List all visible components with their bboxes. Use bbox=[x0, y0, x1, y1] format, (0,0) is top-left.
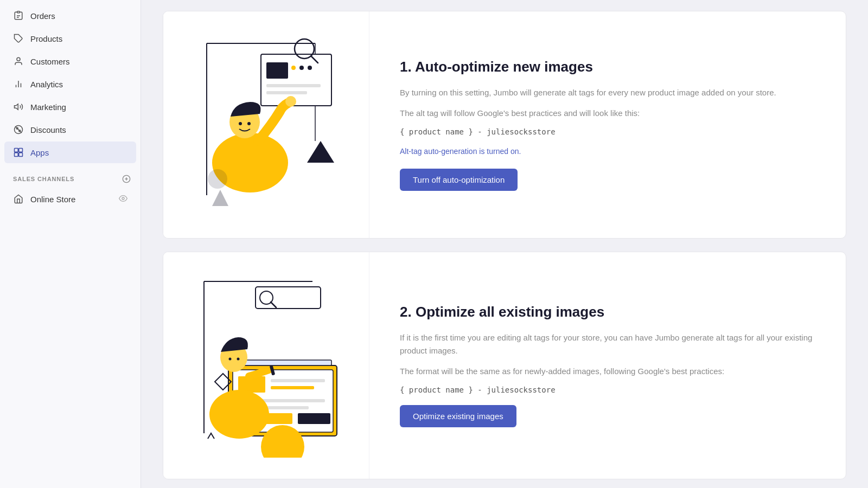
svg-point-33 bbox=[247, 122, 251, 125]
svg-rect-14 bbox=[15, 153, 18, 157]
svg-rect-0 bbox=[17, 11, 20, 13]
sales-channels-header: SALES CHANNELS bbox=[0, 168, 141, 188]
svg-marker-37 bbox=[212, 190, 228, 206]
svg-rect-23 bbox=[261, 54, 331, 106]
orders-icon bbox=[13, 10, 24, 21]
svg-point-26 bbox=[299, 66, 304, 70]
svg-rect-29 bbox=[266, 91, 307, 94]
sidebar-item-apps-label: Apps bbox=[30, 148, 49, 157]
marketing-icon bbox=[13, 101, 24, 112]
sidebar-item-products-label: Products bbox=[30, 34, 62, 43]
svg-marker-35 bbox=[307, 141, 334, 163]
svg-marker-8 bbox=[15, 104, 18, 110]
customers-icon bbox=[13, 56, 24, 67]
sales-channels-label: SALES CHANNELS bbox=[13, 176, 74, 182]
svg-rect-12 bbox=[15, 149, 18, 152]
apps-icon bbox=[13, 147, 24, 158]
svg-rect-54 bbox=[298, 413, 330, 424]
main-content: 1. Auto-optimize new images By turning o… bbox=[141, 0, 868, 488]
card-optimize-existing-title: 2. Optimize all existing images bbox=[400, 304, 815, 320]
card-optimize-existing-format: { product name } - juliesocksstore bbox=[400, 386, 815, 394]
svg-rect-50 bbox=[271, 386, 314, 389]
products-icon bbox=[13, 33, 24, 44]
card-auto-optimize-desc1: By turning on this setting, Jumbo will g… bbox=[400, 86, 815, 99]
discounts-icon bbox=[13, 124, 24, 135]
add-channel-icon[interactable] bbox=[121, 174, 132, 184]
card-auto-optimize-status: Alt-tag auto-generation is turned on. bbox=[400, 147, 815, 156]
card-optimize-existing-desc2: The format will be the same as for newly… bbox=[400, 365, 815, 378]
svg-point-25 bbox=[291, 66, 296, 70]
svg-point-27 bbox=[308, 66, 312, 70]
svg-rect-24 bbox=[266, 62, 288, 79]
svg-rect-28 bbox=[266, 84, 321, 87]
card-optimize-existing: 2. Optimize all existing images If it is… bbox=[163, 252, 846, 479]
sidebar-item-orders-label: Orders bbox=[30, 11, 55, 21]
sidebar-item-analytics-label: Analytics bbox=[30, 80, 63, 89]
sidebar: Orders Products Customers Analyt bbox=[0, 0, 141, 488]
card-auto-optimize-content: 1. Auto-optimize new images By turning o… bbox=[369, 11, 846, 238]
turn-off-auto-optimization-button[interactable]: Turn off auto-optimization bbox=[400, 169, 518, 191]
svg-point-4 bbox=[17, 57, 20, 61]
svg-point-32 bbox=[239, 122, 242, 125]
sidebar-item-products[interactable]: Products bbox=[4, 28, 136, 49]
card-optimize-existing-illustration bbox=[163, 252, 369, 479]
card-auto-optimize: 1. Auto-optimize new images By turning o… bbox=[163, 11, 846, 239]
card-optimize-existing-content: 2. Optimize all existing images If it is… bbox=[369, 252, 846, 479]
sidebar-item-marketing-label: Marketing bbox=[30, 102, 66, 112]
sidebar-item-online-store-label: Online Store bbox=[30, 195, 75, 204]
sidebar-item-discounts-label: Discounts bbox=[30, 125, 66, 134]
card-auto-optimize-title: 1. Auto-optimize new images bbox=[400, 59, 815, 75]
svg-line-11 bbox=[15, 126, 22, 133]
card-auto-optimize-format: { product name } - juliesocksstore bbox=[400, 127, 815, 136]
svg-rect-42 bbox=[256, 287, 321, 309]
svg-point-56 bbox=[209, 390, 269, 439]
card-auto-optimize-desc2: The alt tag will follow Google's best pr… bbox=[400, 107, 815, 120]
sidebar-item-discounts[interactable]: Discounts bbox=[4, 119, 136, 140]
online-store-icon bbox=[13, 194, 24, 204]
card-auto-optimize-illustration bbox=[163, 11, 369, 238]
optimize-existing-images-button[interactable]: Optimize existing images bbox=[400, 405, 516, 427]
analytics-icon bbox=[13, 79, 24, 89]
sidebar-item-online-store[interactable]: Online Store bbox=[4, 188, 136, 210]
svg-point-19 bbox=[122, 197, 124, 200]
svg-point-36 bbox=[208, 169, 227, 189]
svg-rect-49 bbox=[271, 379, 325, 382]
sidebar-item-apps[interactable]: Apps bbox=[4, 142, 136, 163]
card-optimize-existing-desc1: If it is the first time you are editing … bbox=[400, 331, 815, 357]
sidebar-item-analytics[interactable]: Analytics bbox=[4, 73, 136, 95]
svg-rect-13 bbox=[19, 149, 23, 152]
sidebar-item-customers-label: Customers bbox=[30, 57, 70, 66]
svg-point-59 bbox=[237, 358, 239, 361]
svg-point-34 bbox=[285, 96, 296, 107]
sidebar-item-orders[interactable]: Orders bbox=[4, 5, 136, 27]
svg-rect-15 bbox=[19, 153, 23, 157]
svg-point-58 bbox=[228, 358, 231, 361]
sidebar-item-marketing[interactable]: Marketing bbox=[4, 96, 136, 118]
sidebar-item-customers[interactable]: Customers bbox=[4, 50, 136, 72]
online-store-eye-icon[interactable] bbox=[119, 194, 127, 204]
